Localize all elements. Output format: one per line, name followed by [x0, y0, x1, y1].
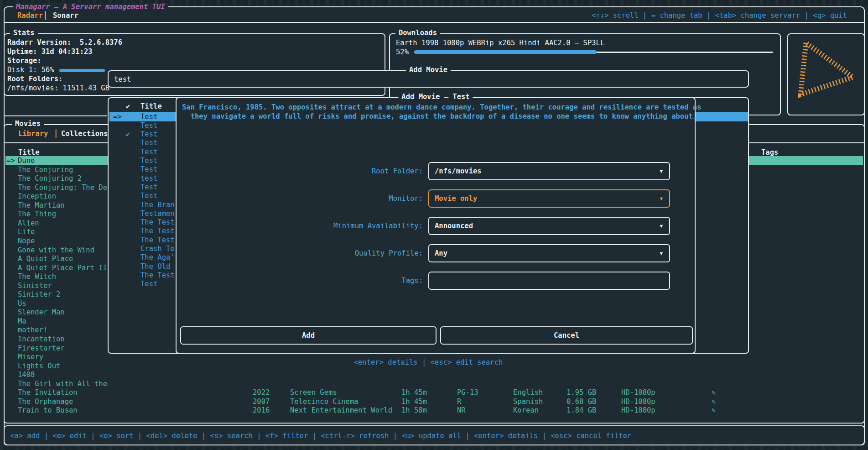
library-row-title[interactable]: The Invitation [18, 388, 78, 397]
results-header-check-icon: ✔ [126, 102, 130, 110]
library-row-language: Korean [513, 406, 539, 414]
tab-sonarr[interactable]: Sonarr [53, 11, 78, 20]
results-row-title[interactable]: Crash Te [140, 245, 175, 253]
cancel-button[interactable]: Cancel [440, 326, 693, 345]
library-row-title[interactable]: Misery [18, 353, 43, 361]
background-terminal-bottom-strip [0, 446, 868, 450]
tab-radarr[interactable]: Radarr [17, 11, 43, 20]
library-row-title[interactable]: 1408 [18, 371, 35, 379]
results-row-title[interactable]: Test [140, 183, 157, 191]
footer-keybinds: <a> add | <e> edit | <o> sort | <del> de… [10, 432, 631, 440]
library-row-title[interactable]: The Orphanage [18, 398, 73, 406]
modal-field-label: Monitor: [286, 194, 423, 203]
results-row-title[interactable]: Test [140, 157, 157, 165]
dropdown-root-folder[interactable]: /nfs/movies▼ [428, 162, 670, 180]
movie-description-line1: San Francisco, 1985. Two opposites attra… [182, 103, 701, 111]
library-row-title[interactable]: Sinister [18, 282, 52, 290]
results-row-title[interactable]: Test [140, 130, 157, 138]
library-row-title[interactable]: Alien [18, 219, 39, 227]
library-row-title[interactable]: The Conjuring: The De [18, 183, 107, 192]
tab-separator: │ [43, 11, 47, 20]
results-row-title[interactable]: test [140, 174, 157, 183]
library-row-title[interactable]: Inception [18, 192, 56, 200]
results-row-title[interactable]: The Aga' [140, 253, 175, 262]
cancel-button-label: Cancel [554, 331, 579, 340]
library-row-title[interactable]: Us [18, 299, 26, 308]
results-row-title[interactable]: Test [140, 165, 157, 173]
chevron-down-icon: ▼ [660, 223, 663, 229]
library-row-title[interactable]: Incantation [18, 335, 65, 343]
results-row-title[interactable]: Test [140, 192, 157, 200]
app-title: Managarr – A Servarr management TUI [13, 3, 168, 11]
library-row-title[interactable]: Nope [18, 237, 35, 245]
library-row-title[interactable]: Train to Busan [18, 406, 78, 414]
library-row-year: 2007 [253, 398, 270, 406]
library-row-quality: HD-1080p [621, 388, 655, 397]
stats-panel-title: Stats [10, 29, 38, 37]
library-row-runtime: 1h 45m [401, 388, 427, 397]
dropdown-value: Any [435, 249, 447, 257]
stats-row: Storage: [7, 57, 42, 65]
modal-field-label: Minimum Availability: [286, 222, 423, 230]
library-row-title[interactable]: Gone with the Wind [18, 246, 94, 254]
library-row-title[interactable]: The Conjuring 2 [18, 174, 82, 183]
results-row-title[interactable]: The Old [140, 262, 170, 271]
library-row-title[interactable]: A Quiet Place Part II [18, 264, 107, 272]
search-query-text: test [114, 75, 131, 84]
edit-pencil-icon[interactable]: ✎ [712, 398, 716, 406]
library-row-title[interactable]: Slender Man [18, 308, 65, 316]
library-row-title[interactable]: Lights Out [18, 362, 60, 370]
library-row-runtime: 1h 58m [401, 406, 427, 414]
library-row-title[interactable]: Dune [18, 157, 35, 165]
add-movie-search-input[interactable]: Add Movie test [108, 70, 749, 88]
library-row-title[interactable]: The Thing [18, 210, 56, 218]
library-row-quality: HD-1080p [621, 398, 655, 406]
tags-input[interactable] [428, 272, 670, 290]
library-row-title[interactable]: mother! [18, 326, 47, 334]
modal-field-label: Tags: [286, 277, 423, 285]
download-progress-fill [414, 50, 597, 54]
results-row-title[interactable]: Test [140, 139, 157, 147]
add-button[interactable]: Add [180, 326, 437, 345]
library-row-size: 1.84 GB [567, 406, 596, 414]
dropdown-monitor[interactable]: Movie only▼ [428, 189, 670, 208]
library-row-title[interactable]: Life [18, 228, 35, 236]
results-row-title[interactable]: The Test [140, 218, 175, 226]
chevron-down-icon: ▼ [660, 196, 663, 202]
library-row-size: 1.95 GB [567, 388, 596, 397]
results-row-title[interactable]: The Test [140, 236, 175, 244]
library-row-title[interactable]: Ma [18, 317, 26, 325]
results-row-title[interactable]: The Test [140, 271, 175, 279]
results-row-title[interactable]: Testamen [140, 209, 175, 218]
library-row-title[interactable]: Sinister 2 [18, 290, 60, 298]
results-row-title[interactable]: Test [140, 121, 157, 130]
download-item-title: Earth 1998 1080p WEBRip x265 Hindi AAC2.… [396, 39, 604, 47]
results-row-title[interactable]: The Bran [140, 201, 175, 209]
dropdown-minimum-availability[interactable]: Announced▼ [428, 217, 670, 235]
edit-pencil-icon[interactable]: ✎ [712, 388, 716, 397]
tab-collections[interactable]: Collections [61, 130, 108, 138]
library-row-studio: Telecinco Cinema [290, 398, 358, 406]
library-row-title[interactable]: Firestarter [18, 344, 65, 352]
stats-row: Radarr Version: 5.2.6.8376 [7, 38, 122, 47]
chevron-down-icon: ▼ [660, 168, 663, 174]
library-row-title[interactable]: The Girl with All the [18, 380, 107, 388]
chevron-down-icon: ▼ [660, 251, 663, 256]
library-row-title[interactable]: The Witch [18, 272, 56, 281]
add-movie-modal-title: Add Movie – Test [398, 93, 473, 101]
results-row-title[interactable]: Test [140, 280, 157, 288]
results-row-title[interactable]: Test [140, 113, 157, 121]
results-row-title[interactable]: The Test [140, 227, 175, 235]
edit-pencil-icon[interactable]: ✎ [712, 406, 716, 414]
library-row-title[interactable]: The Conjuring [18, 166, 73, 174]
results-row-title[interactable]: Test [140, 148, 157, 156]
managarr-play-logo-icon [789, 36, 864, 114]
library-row-quality: HD-1080p [621, 406, 655, 414]
library-row-title[interactable]: A Quiet Place [18, 255, 73, 263]
library-row-title[interactable]: The Martian [18, 201, 65, 209]
results-selected-marker: => [113, 113, 122, 121]
stats-row: Uptime: 31d 04:31:23 [7, 47, 93, 56]
search-hint-keybinds: <enter> details | <esc> edit search [354, 358, 503, 366]
dropdown-quality-profile[interactable]: Any▼ [428, 244, 670, 262]
tab-library[interactable]: Library [18, 130, 48, 138]
